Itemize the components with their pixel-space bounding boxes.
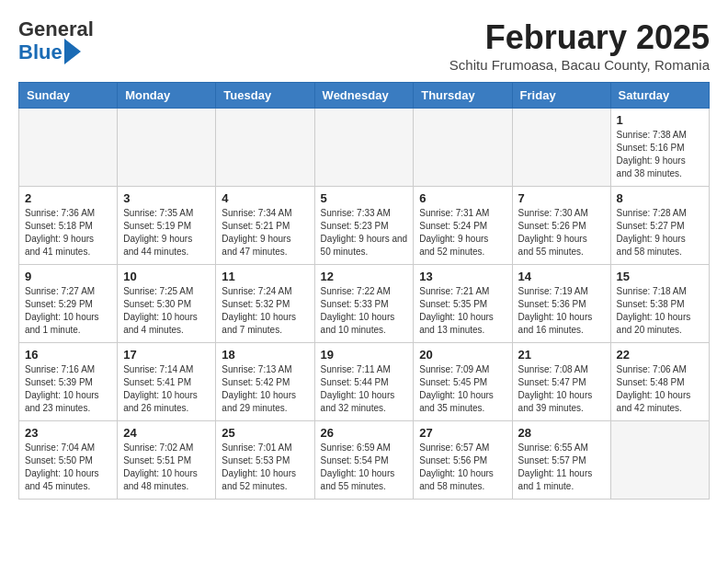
calendar-cell: 12Sunrise: 7:22 AM Sunset: 5:33 PM Dayli… [314, 265, 414, 343]
day-info: Sunrise: 7:34 AM Sunset: 5:21 PM Dayligh… [222, 207, 308, 259]
day-info: Sunrise: 6:59 AM Sunset: 5:54 PM Dayligh… [321, 442, 408, 493]
day-info: Sunrise: 7:14 AM Sunset: 5:41 PM Dayligh… [123, 363, 210, 415]
calendar-cell [19, 109, 118, 187]
week-row-4: 16Sunrise: 7:16 AM Sunset: 5:39 PM Dayli… [19, 343, 710, 421]
logo: General Blue [18, 18, 94, 64]
day-number: 26 [321, 426, 408, 440]
day-number: 21 [518, 348, 605, 362]
day-info: Sunrise: 7:08 AM Sunset: 5:47 PM Dayligh… [518, 363, 605, 415]
day-info: Sunrise: 7:11 AM Sunset: 5:44 PM Dayligh… [321, 363, 408, 415]
calendar-cell: 14Sunrise: 7:19 AM Sunset: 5:36 PM Dayli… [512, 265, 610, 343]
calendar-cell: 24Sunrise: 7:02 AM Sunset: 5:51 PM Dayli… [118, 421, 216, 500]
week-row-5: 23Sunrise: 7:04 AM Sunset: 5:50 PM Dayli… [19, 421, 710, 500]
day-info: Sunrise: 7:01 AM Sunset: 5:53 PM Dayligh… [222, 442, 308, 493]
calendar-cell: 18Sunrise: 7:13 AM Sunset: 5:42 PM Dayli… [216, 343, 314, 421]
header-tuesday: Tuesday [216, 83, 314, 109]
calendar-cell: 27Sunrise: 6:57 AM Sunset: 5:56 PM Dayli… [414, 421, 512, 500]
day-info: Sunrise: 7:25 AM Sunset: 5:30 PM Dayligh… [123, 285, 210, 337]
header-monday: Monday [118, 83, 216, 109]
day-number: 3 [123, 191, 210, 205]
day-info: Sunrise: 6:55 AM Sunset: 5:57 PM Dayligh… [518, 442, 605, 493]
calendar-cell: 20Sunrise: 7:09 AM Sunset: 5:45 PM Dayli… [414, 343, 512, 421]
day-number: 14 [518, 270, 605, 283]
calendar-cell: 15Sunrise: 7:18 AM Sunset: 5:38 PM Dayli… [610, 265, 709, 343]
day-number: 13 [419, 270, 506, 283]
day-info: Sunrise: 7:09 AM Sunset: 5:45 PM Dayligh… [419, 363, 506, 415]
calendar-cell: 7Sunrise: 7:30 AM Sunset: 5:26 PM Daylig… [512, 187, 610, 265]
week-row-2: 2Sunrise: 7:36 AM Sunset: 5:18 PM Daylig… [19, 187, 710, 265]
day-number: 25 [222, 426, 308, 440]
day-number: 24 [123, 426, 210, 440]
calendar-cell: 16Sunrise: 7:16 AM Sunset: 5:39 PM Dayli… [19, 343, 118, 421]
calendar-cell: 5Sunrise: 7:33 AM Sunset: 5:23 PM Daylig… [314, 187, 414, 265]
day-info: Sunrise: 7:16 AM Sunset: 5:39 PM Dayligh… [25, 363, 111, 415]
day-number: 17 [123, 348, 210, 362]
day-number: 6 [419, 191, 506, 205]
day-number: 27 [419, 426, 506, 440]
calendar-cell: 25Sunrise: 7:01 AM Sunset: 5:53 PM Dayli… [216, 421, 314, 500]
calendar-cell: 21Sunrise: 7:08 AM Sunset: 5:47 PM Dayli… [512, 343, 610, 421]
calendar-cell: 19Sunrise: 7:11 AM Sunset: 5:44 PM Dayli… [314, 343, 414, 421]
day-number: 15 [617, 270, 703, 283]
calendar-cell [216, 109, 314, 187]
calendar-cell: 4Sunrise: 7:34 AM Sunset: 5:21 PM Daylig… [216, 187, 314, 265]
subtitle: Schitu Frumoasa, Bacau County, Romania [449, 57, 710, 73]
day-info: Sunrise: 7:02 AM Sunset: 5:51 PM Dayligh… [123, 442, 210, 493]
calendar-cell [414, 109, 512, 187]
header-friday: Friday [512, 83, 610, 109]
day-info: Sunrise: 7:35 AM Sunset: 5:19 PM Dayligh… [123, 207, 210, 259]
logo-blue: Blue [18, 41, 63, 63]
calendar-cell: 28Sunrise: 6:55 AM Sunset: 5:57 PM Dayli… [512, 421, 610, 500]
day-number: 18 [222, 348, 308, 362]
calendar-cell: 1Sunrise: 7:38 AM Sunset: 5:16 PM Daylig… [610, 109, 709, 187]
calendar-cell: 26Sunrise: 6:59 AM Sunset: 5:54 PM Dayli… [314, 421, 414, 500]
calendar-cell [512, 109, 610, 187]
day-number: 1 [617, 113, 703, 127]
day-info: Sunrise: 7:24 AM Sunset: 5:32 PM Dayligh… [222, 285, 308, 337]
title-block: February 2025 Schitu Frumoasa, Bacau Cou… [449, 18, 710, 73]
day-info: Sunrise: 7:18 AM Sunset: 5:38 PM Dayligh… [617, 285, 703, 337]
day-info: Sunrise: 7:28 AM Sunset: 5:27 PM Dayligh… [617, 207, 703, 259]
day-number: 4 [222, 191, 308, 205]
calendar-cell: 8Sunrise: 7:28 AM Sunset: 5:27 PM Daylig… [610, 187, 709, 265]
week-row-3: 9Sunrise: 7:27 AM Sunset: 5:29 PM Daylig… [19, 265, 710, 343]
day-number: 12 [321, 270, 408, 283]
calendar-cell: 23Sunrise: 7:04 AM Sunset: 5:50 PM Dayli… [19, 421, 118, 500]
page-header: General Blue February 2025 Schitu Frumoa… [18, 18, 710, 73]
day-number: 19 [321, 348, 408, 362]
day-info: Sunrise: 7:22 AM Sunset: 5:33 PM Dayligh… [321, 285, 408, 337]
calendar-cell: 22Sunrise: 7:06 AM Sunset: 5:48 PM Dayli… [610, 343, 709, 421]
calendar-cell: 17Sunrise: 7:14 AM Sunset: 5:41 PM Dayli… [118, 343, 216, 421]
day-info: Sunrise: 7:21 AM Sunset: 5:35 PM Dayligh… [419, 285, 506, 337]
day-info: Sunrise: 7:19 AM Sunset: 5:36 PM Dayligh… [518, 285, 605, 337]
header-saturday: Saturday [610, 83, 709, 109]
calendar-cell [118, 109, 216, 187]
day-info: Sunrise: 7:30 AM Sunset: 5:26 PM Dayligh… [518, 207, 605, 259]
header-wednesday: Wednesday [314, 83, 414, 109]
day-info: Sunrise: 7:33 AM Sunset: 5:23 PM Dayligh… [321, 207, 408, 259]
day-number: 2 [25, 191, 111, 205]
day-info: Sunrise: 7:27 AM Sunset: 5:29 PM Dayligh… [25, 285, 111, 337]
day-info: Sunrise: 7:36 AM Sunset: 5:18 PM Dayligh… [25, 207, 111, 259]
day-info: Sunrise: 7:31 AM Sunset: 5:24 PM Dayligh… [419, 207, 506, 259]
day-number: 8 [617, 191, 703, 205]
header-thursday: Thursday [414, 83, 512, 109]
day-number: 5 [321, 191, 408, 205]
calendar-cell: 3Sunrise: 7:35 AM Sunset: 5:19 PM Daylig… [118, 187, 216, 265]
day-number: 10 [123, 270, 210, 283]
logo-general: General [18, 17, 94, 40]
day-number: 11 [222, 270, 308, 283]
day-number: 16 [25, 348, 111, 362]
weekday-header-row: SundayMondayTuesdayWednesdayThursdayFrid… [19, 83, 710, 109]
calendar-cell: 2Sunrise: 7:36 AM Sunset: 5:18 PM Daylig… [19, 187, 118, 265]
calendar-cell: 10Sunrise: 7:25 AM Sunset: 5:30 PM Dayli… [118, 265, 216, 343]
day-info: Sunrise: 6:57 AM Sunset: 5:56 PM Dayligh… [419, 442, 506, 493]
calendar-table: SundayMondayTuesdayWednesdayThursdayFrid… [18, 82, 710, 500]
day-number: 22 [617, 348, 703, 362]
logo-arrow-icon [64, 39, 81, 64]
calendar-cell [610, 421, 709, 500]
week-row-1: 1Sunrise: 7:38 AM Sunset: 5:16 PM Daylig… [19, 109, 710, 187]
day-info: Sunrise: 7:04 AM Sunset: 5:50 PM Dayligh… [25, 442, 111, 493]
day-number: 23 [25, 426, 111, 440]
month-title: February 2025 [449, 18, 710, 57]
